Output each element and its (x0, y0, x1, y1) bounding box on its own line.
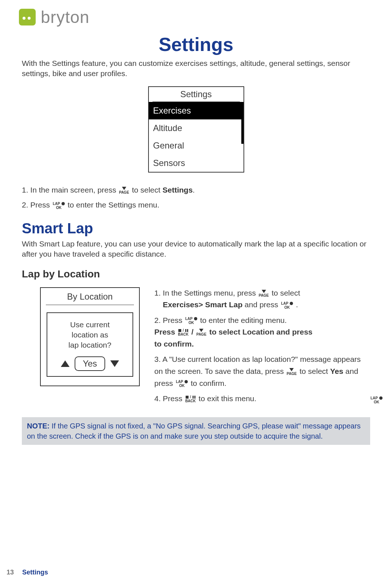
lap-ok-button-icon: LAP OK (185, 317, 197, 325)
lap-ok-button-icon-margin: LAP OK (371, 396, 383, 404)
confirm-dialog: Use current location as lap location? Ye… (47, 312, 133, 377)
section-name: Settings (22, 569, 48, 576)
page-down-button-icon: PAGE (196, 329, 206, 336)
back-stop-button-icon: / BACK (185, 395, 196, 403)
path-bold: Exercises> Smart Lap (163, 300, 242, 309)
intro-paragraph: With the Settings feature, you can custo… (22, 58, 370, 79)
lap-ok-button-icon: LAP OK (53, 202, 65, 210)
back-stop-button-icon: / BACK (178, 329, 189, 336)
yes-bold: Yes (330, 367, 343, 375)
device-screen-title-2: By Location (46, 288, 134, 305)
text: to select (132, 186, 162, 194)
text: to enter the editing menu. (200, 316, 287, 324)
page-footer: 13 Settings (7, 569, 48, 576)
text: to select (300, 367, 330, 375)
lap-label: LAP (371, 396, 378, 400)
main-step-1: 1. In the main screen, press PAGE to sel… (22, 183, 370, 197)
page-label: PAGE (119, 191, 129, 194)
note-text: If the GPS signal is not fixed, a "No GP… (27, 422, 361, 440)
lap-label: LAP (53, 202, 60, 206)
text: . (193, 186, 195, 194)
lap-label: LAP (185, 317, 193, 321)
main-step-2: 2. Press LAP OK to enter the Settings me… (22, 198, 370, 212)
smart-lap-heading: Smart Lap (22, 220, 370, 237)
lap-label: LAP (281, 302, 288, 305)
text: 2. Press (22, 201, 52, 209)
scroll-indicator (241, 102, 243, 144)
text: 2. Press (154, 316, 185, 324)
note-box: NOTE: If the GPS signal is not fixed, a … (22, 417, 370, 445)
menu-item-sensors: Sensors (149, 154, 243, 172)
menu-item-exercises: Exercises (149, 102, 243, 119)
lap-step-3: 3. A "Use current location as lap locati… (154, 353, 370, 389)
lap-step-1: 1. In the Settings menu, press PAGE to s… (154, 287, 370, 311)
page-down-button-icon: PAGE (119, 187, 129, 194)
page-down-button-icon: PAGE (259, 290, 269, 297)
up-arrow-icon (61, 360, 70, 367)
text: Press (154, 328, 177, 336)
lap-label: LAP (176, 380, 183, 384)
lap-by-location-heading: Lap by Location (22, 268, 370, 280)
brand-header: bryton (19, 7, 370, 27)
device-menu-list: Exercises Altitude General Sensors (149, 102, 243, 172)
text: 4. Press (154, 394, 185, 403)
msg-l2: location as (51, 330, 129, 340)
page-title: Settings (22, 33, 370, 55)
text: to exit this menu. (199, 394, 257, 403)
ok-label: OK (179, 384, 185, 388)
lap-step-2: 2. Press LAP OK to enter the editing men… (154, 315, 370, 350)
brand-name: bryton (41, 7, 90, 27)
device-by-location-screen: By Location Use current location as lap … (40, 287, 140, 386)
page-label: PAGE (259, 294, 269, 297)
lap-location-steps: 1. In the Settings menu, press PAGE to s… (151, 287, 370, 408)
down-arrow-icon (110, 360, 119, 367)
text: / (191, 328, 196, 336)
ok-label: OK (189, 321, 194, 325)
lap-step-4: 4. Press / BACK to exit this menu. (154, 393, 370, 405)
back-label: BACK (185, 399, 196, 403)
confirm-message: Use current location as lap location? (51, 320, 129, 351)
page-label: PAGE (196, 333, 206, 336)
msg-l3: lap location? (51, 340, 129, 350)
text: to enter the Settings menu. (68, 201, 159, 209)
text: to select Location and press (209, 328, 313, 336)
note-label: NOTE: (27, 422, 50, 430)
menu-item-altitude: Altitude (149, 119, 243, 137)
ok-label: OK (284, 306, 290, 309)
text: 1. In the main screen, press (22, 186, 118, 194)
ok-label: OK (56, 206, 62, 210)
text: 1. In the Settings menu, press (154, 289, 258, 297)
back-label: BACK (178, 333, 189, 336)
smart-lap-lead: With Smart Lap feature, you can use your… (22, 239, 370, 260)
text: to select (272, 289, 300, 297)
text: to confirm. (154, 340, 194, 348)
lap-ok-button-icon: LAP OK (281, 301, 293, 309)
bold-settings: Settings (162, 186, 193, 194)
device-settings-screen: Settings Exercises Altitude General Sens… (148, 86, 244, 173)
page-down-button-icon: PAGE (287, 368, 297, 376)
ok-label: OK (374, 400, 379, 404)
lap-ok-button-icon: LAP OK (176, 380, 188, 388)
brand-logo-icon (19, 9, 36, 25)
device-screen-title: Settings (153, 87, 240, 102)
menu-item-general: General (149, 137, 243, 154)
msg-l1: Use current (51, 320, 129, 330)
page-number: 13 (7, 569, 14, 576)
page-label: PAGE (287, 372, 297, 376)
text: to confirm. (191, 379, 226, 387)
text: . (296, 300, 298, 309)
text: and press (242, 300, 280, 309)
yes-option: Yes (75, 356, 105, 371)
